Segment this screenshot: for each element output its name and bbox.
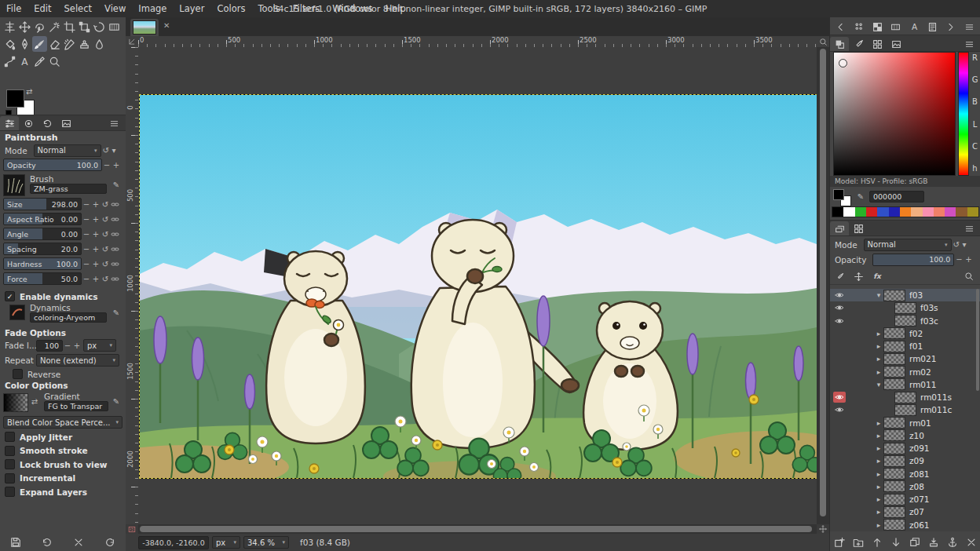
layer-row-z07[interactable]: ▸z07 [830, 505, 980, 518]
hex-color-field[interactable]: 000000 [869, 191, 924, 203]
opacity-slider[interactable]: Opacity 100.0 [3, 159, 102, 171]
layer-visibility-icon[interactable] [833, 290, 846, 301]
repeat-dropdown[interactable]: None (extend)▾ [36, 354, 119, 367]
restore-preset-button[interactable] [39, 535, 55, 549]
new-group-button[interactable] [850, 535, 866, 549]
layer-visibility-icon[interactable] [833, 506, 846, 517]
layer-expander-icon[interactable]: ▸ [874, 470, 883, 478]
decrease-icon[interactable]: − [82, 213, 91, 225]
warp-tool[interactable] [92, 19, 107, 35]
lower-layer-button[interactable] [888, 535, 904, 549]
ink-tool[interactable] [17, 36, 32, 52]
horizontal-scrollbar-thumb[interactable] [140, 526, 812, 532]
colors-tab[interactable] [830, 37, 849, 51]
decrease-icon[interactable]: − [82, 243, 91, 255]
layer-visibility-icon[interactable] [833, 520, 846, 531]
smooth-stroke-checkbox[interactable] [5, 446, 15, 456]
increase-icon[interactable]: + [91, 228, 101, 240]
brush-chooser[interactable]: Brush ZM-grass ✎ [0, 173, 126, 197]
airbrush-tool[interactable] [62, 36, 77, 52]
undo-history-tab[interactable] [38, 116, 57, 130]
layer-search-icon[interactable] [960, 269, 978, 283]
layer-row-rm01[interactable]: ▸rm01 [830, 417, 980, 429]
increase-icon[interactable]: + [91, 243, 101, 255]
channels-tab[interactable] [849, 221, 868, 235]
layer-visibility-icon[interactable] [833, 302, 846, 313]
zoom-dropdown[interactable]: 34.6 %▾ [243, 536, 289, 549]
layer-visibility-icon[interactable] [833, 469, 846, 480]
gradient-tool[interactable] [107, 19, 122, 35]
enable-dynamics-checkbox[interactable]: ✓ [5, 291, 15, 301]
decrease-icon[interactable]: − [82, 228, 91, 240]
delete-preset-button[interactable] [71, 535, 86, 549]
brush-name-field[interactable]: ZM-grass [30, 184, 107, 194]
link-brush-icon[interactable] [110, 228, 119, 240]
gradients-tab[interactable] [887, 20, 905, 34]
image-tab[interactable] [130, 19, 159, 36]
layer-row-rm011s[interactable]: rm011s [830, 391, 980, 403]
text-tool[interactable]: A [17, 53, 32, 69]
hue-slider[interactable] [958, 52, 969, 176]
canvas-artwork[interactable] [139, 94, 817, 479]
bucket-fill-tool[interactable] [2, 36, 17, 52]
link-brush-icon[interactable] [110, 213, 119, 225]
close-tab-icon[interactable]: ✕ [163, 21, 170, 30]
layer-visibility-icon[interactable] [833, 316, 846, 327]
vertical-ruler[interactable]: 0500100015002000 [126, 47, 139, 524]
gradient-chooser[interactable]: ⇄ Gradient FG to Transpar ✎ [0, 392, 126, 414]
lock-brush-to-view-row[interactable]: Lock brush to view [5, 459, 107, 469]
menu-file[interactable]: File [0, 0, 27, 17]
delete-layer-button[interactable] [964, 535, 979, 549]
palette-swatch[interactable] [911, 207, 922, 217]
layer-row-z09[interactable]: ▸z09 [830, 454, 980, 467]
palette-swatch[interactable] [843, 207, 854, 217]
smooth-stroke-row[interactable]: Smooth stroke [5, 446, 88, 456]
color-edit-icon[interactable]: ✎ [855, 191, 866, 203]
expand-layers-checkbox[interactable] [5, 487, 15, 497]
layer-expander-icon[interactable]: ▸ [874, 355, 883, 363]
palette-swatch[interactable] [945, 207, 956, 217]
reset-icon[interactable]: ↺ [101, 272, 110, 285]
layer-row-z061[interactable]: ▸z061 [830, 519, 980, 531]
force-slider[interactable]: Force50.0 [3, 272, 82, 285]
link-brush-icon[interactable] [110, 243, 119, 255]
menu-layer[interactable]: Layer [173, 0, 210, 17]
color-select-square[interactable] [833, 52, 956, 176]
layer-row-z071[interactable]: ▸z071 [830, 493, 980, 505]
layer-row-rm011[interactable]: ▾rm011 [830, 378, 980, 391]
layer-row-f02[interactable]: ▸f02 [830, 327, 980, 340]
dock-right-arrow[interactable] [942, 20, 960, 34]
link-brush-icon[interactable] [110, 272, 119, 285]
lock-pixels-icon[interactable] [830, 269, 849, 283]
layer-visibility-icon[interactable] [833, 494, 846, 505]
layer-mode-reset-icon[interactable]: ↺ [952, 239, 961, 251]
size-slider[interactable]: Size298.00 [3, 198, 82, 210]
increase-icon[interactable]: + [91, 198, 101, 210]
layer-expander-icon[interactable]: ▸ [874, 508, 883, 516]
reset-icon[interactable]: ↺ [101, 257, 110, 270]
reverse-row[interactable]: Reverse [13, 369, 60, 379]
layer-opacity-slider[interactable]: 100.0 [872, 254, 954, 266]
palette-swatch[interactable] [877, 207, 888, 217]
paths-tool[interactable] [2, 53, 17, 69]
layer-visibility-icon[interactable] [833, 455, 846, 466]
reset-icon[interactable]: ↺ [101, 228, 110, 240]
vertical-scrollbar[interactable] [817, 47, 829, 524]
palette-swatch[interactable] [967, 207, 978, 217]
layer-row-z08[interactable]: ▸z08 [830, 480, 980, 493]
angle-slider[interactable]: Angle0.00 [3, 228, 82, 240]
quick-mask-toggle[interactable] [126, 524, 138, 534]
zoom-follow-window-icon[interactable] [817, 36, 829, 47]
images-tab[interactable] [887, 37, 905, 51]
duplicate-layer-button[interactable] [907, 535, 923, 549]
palette-swatch[interactable] [889, 207, 900, 217]
decrease-icon[interactable]: − [82, 198, 91, 210]
horizontal-scrollbar[interactable] [138, 524, 817, 534]
unit-dropdown[interactable]: px▾ [212, 536, 240, 549]
menu-edit[interactable]: Edit [27, 0, 57, 17]
layers-tab[interactable] [830, 221, 849, 235]
link-brush-icon[interactable] [110, 198, 119, 210]
layer-row-f03c[interactable]: f03c [830, 315, 980, 327]
layer-row-z10[interactable]: ▸z10 [830, 429, 980, 442]
layer-visibility-icon[interactable] [833, 392, 846, 403]
